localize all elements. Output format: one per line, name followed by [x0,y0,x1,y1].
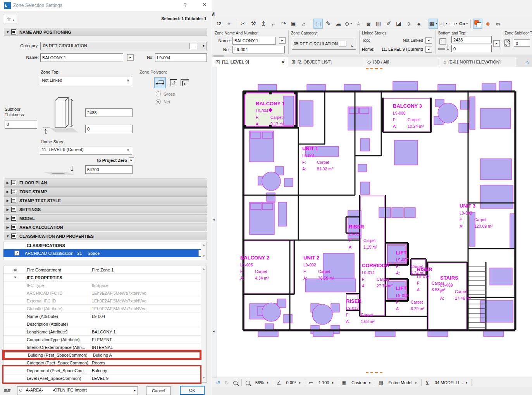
zone-name-flyout[interactable]: ▸ [127,54,134,61]
section-stamp-text-style[interactable]: ▶STAMP TEXT STYLE [4,196,207,204]
orientation-icon[interactable]: ∠ [275,380,283,386]
trace-reference-icon[interactable] [473,19,482,29]
tab--3d-all-[interactable]: ◇[3D / All] [364,57,440,67]
cancel-button[interactable]: Cancel [146,386,171,395]
dimension-icon[interactable]: 12 [214,19,224,29]
section-area-calculation[interactable]: ▶AREA CALCULATION [4,223,207,231]
scroll-up-icon[interactable]: ▲ [201,267,207,271]
ok-button[interactable]: OK [180,386,205,395]
view-3d-icon[interactable]: ◰▾ [439,19,448,29]
rotate-icon[interactable]: ◇▾ [344,19,353,29]
go-button[interactable]: Go▾ [459,19,468,29]
net-radio[interactable] [156,99,161,104]
zone-name-input[interactable] [232,37,276,45]
subfloor-thickness-input[interactable] [5,120,37,129]
marquee-icon[interactable]: ▢ [313,19,323,29]
tab--2-object-list-[interactable]: ⊞[2. OBJECT LIST] [288,57,364,67]
zoom-in-icon[interactable] [233,381,238,385]
layer-combination-icon[interactable]: ≣ [340,380,348,386]
pickup-params-icon[interactable]: ✐ [384,19,393,29]
roof-icon[interactable]: ⌂ [299,19,308,29]
capture-icon[interactable]: ◙ [364,19,373,29]
landscape-icon[interactable]: ♠ [414,19,424,29]
zone-bottom-offset-input[interactable] [451,45,492,52]
pen-set-icon[interactable]: ⊻ [423,380,432,386]
properties-scrollbar[interactable]: ▲ ▼ [201,266,207,382]
project-zero-input[interactable] [85,165,133,174]
property-row-globalid-attribute-[interactable]: GlobalId (Attribute)1Eh9E2AFj5MeWa7xtbNV… [3,305,201,313]
pen-set-combo[interactable]: ⊙ A-AREA-____-OTLN.IFC Import ▸ [17,386,138,395]
zone-subfloor-input[interactable] [514,40,530,47]
chevron-right-icon[interactable]: ▸ [369,381,374,385]
section-model[interactable]: ▶MODEL [4,214,207,222]
zone-no-input[interactable] [232,46,285,53]
property-row-external-ifc-id[interactable]: External IFC ID1Eh9E2AFj5MeWa7xtbNVvq [3,297,201,305]
property-row-longname-attribute-[interactable]: LongName (Attribute)BALCONY 1 [3,328,201,336]
sketch-icon[interactable]: ✎ [324,19,333,29]
chevron-right-icon[interactable]: ▸ [415,381,420,385]
home-story-dropdown[interactable]: 11. LEVEL 9 (Current) ∨ [40,146,132,155]
property-row-name-attribute-[interactable]: Name (Attribute)L9-004 [3,313,201,320]
undo-view-icon[interactable]: ↺ [214,380,222,386]
split-icon[interactable]: ✂ [239,19,248,29]
classifications-scrollbar[interactable]: ▲ ▼ [201,242,207,260]
section-floor-plan[interactable]: ▶FLOOR PLAN [4,179,207,187]
top-story-flyout[interactable]: ▸ [425,37,432,44]
checkbox-checked-icon[interactable]: ✓ [14,251,19,256]
scroll-down-icon[interactable]: ▼ [201,376,207,380]
bottom-top-flyout[interactable]: ▸ [493,40,500,47]
intersect-icon[interactable]: ⌐ [269,19,278,29]
zone-no-input[interactable] [155,53,207,62]
chevron-right-icon[interactable]: ▸ [267,381,271,385]
zoom-extent-icon[interactable] [246,381,250,385]
section-classification-and-properties[interactable]: ▼CLASSIFICATION AND PROPERTIES [4,232,207,240]
redo-view-icon[interactable]: ↻ [222,380,231,386]
zone-top-dropdown[interactable]: Not Linked ∨ [40,77,132,85]
property-row-interiororexteriorspace-attri-[interactable]: InteriorOrExteriorSpace (Attri...INTERNA… [3,343,201,351]
zone-bottom-offset-input[interactable] [85,125,133,133]
section-zone-stamp[interactable]: ▶ZONE STAMP [4,187,207,196]
zone-category-combo[interactable]: 05 RET CIRCULATION ▸ [40,42,207,50]
link-icon[interactable]: ∞ [493,19,503,29]
property-row-fire-compartment[interactable]: ⇄Fire CompartmentFire Zone 1 [3,266,201,274]
property-row-category-pset-spacecommon-[interactable]: Category (Pset_SpaceCommon)Rooms [3,359,201,367]
scale-icon[interactable]: ▭ [307,380,315,386]
project-zero-flyout[interactable]: ▸ [129,157,134,163]
virtual-trace-icon[interactable]: ◈ [483,19,492,29]
scroll-up-icon[interactable]: ▲ [201,243,207,247]
tab-close-icon[interactable]: ✕ [276,60,285,64]
chevron-right-icon[interactable]: ▸ [466,381,470,385]
tab-extra-icon[interactable]: ⌂ [522,57,532,67]
close-button[interactable]: ✕ [200,2,209,9]
property-row-description-attribute-[interactable]: Description (Attribute) [3,320,201,328]
favorites-icon[interactable]: ☆ [354,19,363,29]
collapse-left-icon[interactable]: ◂ [213,329,215,333]
collapse-left-icon[interactable]: ◂ [213,218,215,222]
adjust-icon[interactable]: ⚒ [249,19,258,29]
gross-radio[interactable] [156,91,161,96]
property-row-compositiontype-attribute-[interactable]: CompositionType (Attribute)ELEMENT [3,336,201,343]
home-story-flyout[interactable]: ▸ [425,46,432,53]
floor-plan-canvas[interactable]: BALCONY 1L9-004F:CarpetA:9.17 m²BALCONY … [212,67,532,378]
zone-name-flyout[interactable]: ▸ [279,37,286,44]
section-settings[interactable]: ▶SETTINGS [4,205,207,213]
fillet-icon[interactable]: ↷ [279,19,288,29]
zone-polygon-inner-button[interactable] [167,77,179,88]
zone-polygon-3d-button[interactable] [154,77,166,88]
property-row-building-pset-spacecommon-[interactable]: Building (Pset_SpaceCommon)Building A [3,351,201,359]
property-row-department-pset-spacecom-[interactable]: Department (Pset_SpaceCom...Balcony [3,367,201,374]
property-row-archicad-ifc-id[interactable]: ARCHICAD IFC ID1Eh9E2AFj5MeWa7xtbNVvq [3,289,201,297]
help-button[interactable]: ? [181,2,189,9]
story-view-icon[interactable]: ▦▾ [429,19,438,29]
zone-top-offset-input[interactable] [85,108,133,117]
property-row-ifc-type[interactable]: IFC TypeIfcSpace [3,282,201,289]
clipboard-icon[interactable]: ▥ [374,19,383,29]
scroll-down-icon[interactable]: ▼ [201,254,207,258]
chevron-right-icon[interactable]: ▸ [332,381,336,385]
chevron-right-icon[interactable]: ▸ [299,381,303,385]
classification-row[interactable]: ✓ ARCHICAD Classification - 21 Space ▸ [3,249,207,257]
pane-divider[interactable]: ◂ ◂ [212,67,217,378]
property-row-ifc-properties[interactable]: ▼IFC PROPERTIES [3,274,201,282]
tab--11-level-9-[interactable]: ◳[11. LEVEL 9]✕ [212,57,288,67]
tag-icon[interactable]: ◊ [404,19,413,29]
